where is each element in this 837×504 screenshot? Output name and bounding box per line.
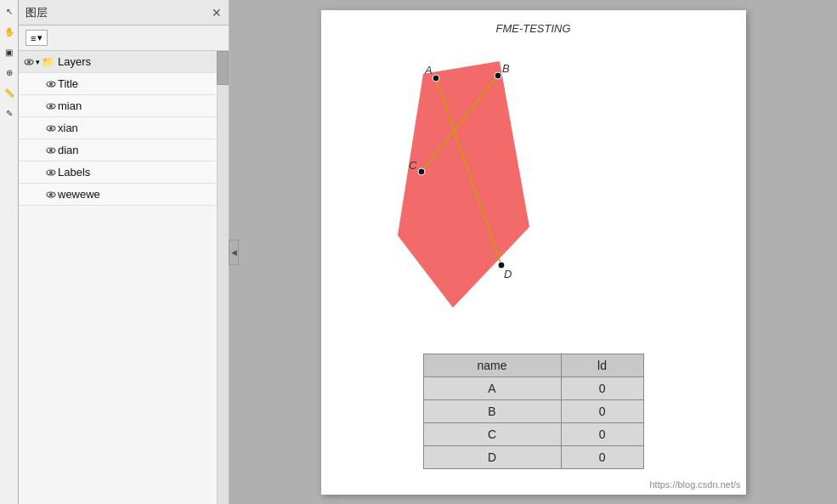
layers-header: 图层 ✕ — [19, 0, 229, 25]
eye-icon — [44, 188, 58, 201]
layer-group-name: Layers — [58, 55, 91, 68]
eye-icon — [44, 144, 58, 157]
table-row: B 0 — [423, 399, 643, 422]
eye-icon — [44, 122, 58, 135]
map-svg: A B C D — [372, 57, 568, 320]
data-table: name ld A 0 B 0 C 0 D 0 — [423, 354, 644, 469]
main-content: FME-TESTING A B C D — [229, 0, 837, 504]
scrollbar[interactable] — [217, 51, 229, 504]
expand-arrow-icon: ▾ — [36, 58, 40, 66]
layers-toolbar: ≡ ▾ — [19, 25, 229, 51]
list-item[interactable]: Labels — [19, 161, 229, 184]
table-row: D 0 — [423, 445, 643, 468]
svg-point-18 — [495, 72, 501, 79]
layers-panel: 图层 ✕ ≡ ▾ ▾ 📁 Layers Title — [19, 0, 229, 504]
table-header-ld: ld — [561, 354, 643, 377]
eye-icon — [44, 77, 58, 91]
list-item[interactable]: xian — [19, 117, 229, 139]
svg-point-3 — [49, 82, 53, 86]
scroll-thumb[interactable] — [217, 51, 229, 85]
table-cell-name: A — [423, 377, 561, 399]
layer-name: xian — [58, 122, 78, 134]
table-cell-name: C — [423, 422, 561, 445]
eye-icon — [44, 99, 58, 113]
edit-icon[interactable]: ✎ — [2, 105, 17, 121]
canvas: FME-TESTING A B C D — [321, 10, 746, 495]
svg-point-19 — [418, 168, 425, 175]
list-view-button[interactable]: ≡ ▾ — [25, 30, 48, 46]
layer-name: dian — [58, 144, 79, 156]
layer-group-layers[interactable]: ▾ 📁 Layers — [19, 51, 229, 73]
table-row: A 0 — [423, 377, 643, 399]
table-header-name: name — [423, 354, 561, 377]
layer-name: Labels — [58, 166, 90, 178]
table-cell-ld: 0 — [561, 422, 643, 445]
table-row: C 0 — [423, 422, 643, 445]
collapse-panel-handle[interactable]: ◀ — [229, 240, 239, 265]
list-item[interactable]: Title — [19, 73, 229, 95]
table-cell-ld: 0 — [561, 377, 643, 399]
list-item[interactable]: mian — [19, 95, 229, 117]
table-cell-ld: 0 — [561, 445, 643, 468]
list-icon: ≡ — [31, 33, 36, 43]
layer-name: mian — [58, 99, 82, 112]
svg-text:A: A — [424, 64, 433, 76]
svg-point-1 — [27, 60, 31, 64]
watermark: https://blog.csdn.net/s — [649, 479, 740, 490]
left-toolbar: ↖ ✋ ▣ ⊕ 📏 ✎ — [0, 0, 19, 504]
svg-text:B: B — [502, 62, 510, 75]
select-icon[interactable]: ▣ — [2, 44, 17, 59]
table-cell-ld: 0 — [561, 399, 643, 422]
close-icon[interactable]: ✕ — [212, 6, 222, 20]
layer-name: Title — [58, 77, 78, 90]
table-cell-name: B — [423, 399, 561, 422]
svg-point-9 — [49, 149, 53, 152]
eye-icon — [22, 55, 36, 69]
svg-point-11 — [49, 171, 53, 174]
list-item[interactable]: wewewe — [19, 184, 229, 206]
svg-point-5 — [49, 105, 53, 108]
table-cell-name: D — [423, 445, 561, 468]
svg-point-7 — [49, 127, 53, 130]
cursor-icon[interactable]: ↖ — [2, 3, 17, 19]
canvas-title: FME-TESTING — [495, 22, 570, 35]
layer-name: wewewe — [58, 188, 100, 201]
zoom-icon[interactable]: ⊕ — [2, 65, 17, 80]
folder-icon: 📁 — [42, 56, 54, 68]
measure-icon[interactable]: 📏 — [2, 85, 17, 100]
layers-list[interactable]: ▾ 📁 Layers Title mian xian — [19, 51, 229, 504]
svg-point-13 — [49, 193, 53, 196]
list-item[interactable]: dian — [19, 139, 229, 161]
svg-point-17 — [433, 75, 439, 82]
dropdown-icon: ▾ — [37, 32, 42, 43]
layers-panel-title: 图层 — [25, 5, 48, 20]
svg-text:C: C — [409, 159, 417, 172]
svg-text:D: D — [504, 268, 512, 280]
eye-icon — [44, 166, 58, 179]
pan-icon[interactable]: ✋ — [2, 24, 17, 39]
